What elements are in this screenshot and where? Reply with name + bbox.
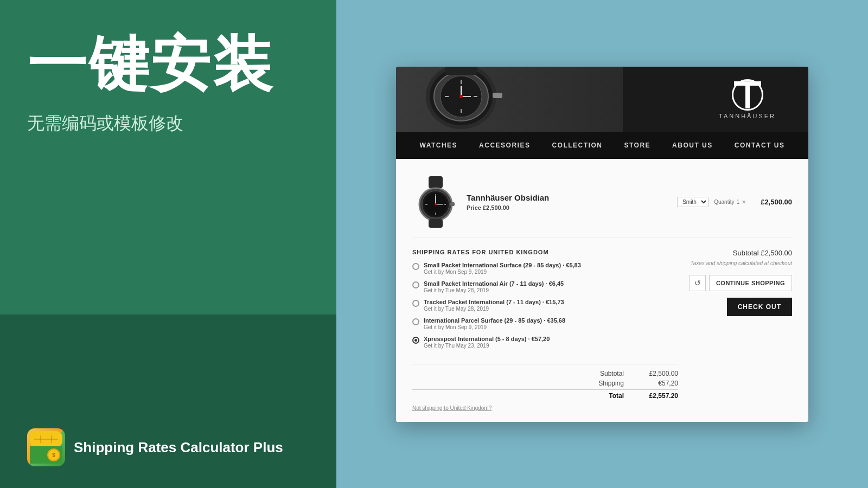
subtotal-value: £2,500.00	[761, 249, 792, 257]
product-row: Tannhäuser Obsidian Price £2,500.00 Smit…	[412, 170, 792, 238]
shop-window: TANNHÄUSER WATCHES ACCESORIES COLLECTION…	[396, 67, 808, 422]
product-image	[412, 175, 458, 229]
refresh-button[interactable]: ↺	[690, 275, 706, 291]
radio-4[interactable]	[412, 337, 419, 344]
nav-contact[interactable]: CONTACT US	[724, 132, 796, 159]
logo-T	[734, 81, 761, 108]
order-subtotal-label: Subtotal	[600, 370, 624, 377]
logo-circle	[732, 79, 763, 111]
shipping-option-name-1: Small Packet International Air (7 - 11 d…	[424, 280, 678, 287]
svg-text:$: $	[52, 452, 55, 458]
cart-right-col: Subtotal £2,500.00 Taxes and shipping ca…	[684, 243, 792, 411]
shipping-option-1[interactable]: Small Packet International Air (7 - 11 d…	[412, 280, 678, 293]
bottom-branding: $ Shipping Rates Calculator Plus	[27, 428, 309, 466]
cart-main: SHIPPING RATES FOR UNITED KINGDOM Small …	[412, 243, 792, 411]
cart-buttons: ↺ CONTINUE SHOPPING	[690, 275, 792, 291]
summary-total-row: Total £2,557.20	[412, 389, 678, 400]
order-summary: Subtotal £2,500.00 Shipping €57,20 Total…	[412, 364, 678, 400]
svg-rect-33	[450, 202, 455, 206]
shop-logo: TANNHÄUSER	[719, 79, 776, 119]
shipping-option-info-0: Small Packet International Surface (29 -…	[424, 262, 678, 275]
product-total: £2,500.00	[754, 198, 792, 206]
product-name: Tannhäuser Obsidian	[467, 193, 669, 202]
svg-point-32	[435, 203, 437, 206]
shipping-option-2[interactable]: Tracked Packet International (7 - 11 day…	[412, 299, 678, 312]
nav-watches[interactable]: WATCHES	[409, 132, 468, 159]
order-total-value: £2,557.20	[640, 392, 678, 400]
product-price-label: Price £2,500.00	[467, 204, 669, 211]
tax-note: Taxes and shipping calculated at checkou…	[690, 260, 792, 266]
order-subtotal-value: £2,500.00	[640, 370, 678, 377]
nav-collection[interactable]: COLLECTION	[541, 132, 613, 159]
left-content: 一键安装 无需编码或模板修改 $	[0, 0, 336, 488]
shipping-option-info-3: International Parcel Surface (29 - 85 da…	[424, 317, 678, 330]
shop-header: TANNHÄUSER	[396, 67, 808, 132]
order-total-label: Total	[609, 392, 624, 400]
product-info: Tannhäuser Obsidian Price £2,500.00	[467, 193, 669, 211]
radio-2[interactable]	[412, 300, 419, 307]
nav-about[interactable]: ABOUT US	[661, 132, 724, 159]
remove-icon[interactable]: ✕	[742, 199, 746, 205]
radio-1[interactable]	[412, 281, 419, 288]
shipping-option-0[interactable]: Small Packet International Surface (29 -…	[412, 262, 678, 275]
shipping-option-info-4: Xpresspost International (5 - 8 days) · …	[424, 336, 678, 349]
shipping-option-3[interactable]: International Parcel Surface (29 - 85 da…	[412, 317, 678, 330]
variant-select[interactable]: Smith	[677, 197, 709, 207]
shipping-option-delivery-4: Get it by Thu May 23, 2019	[424, 343, 678, 349]
quantity-value: 1	[736, 199, 739, 205]
subtotal-line: Subtotal £2,500.00	[733, 249, 792, 257]
shipping-option-delivery-2: Get it by Tue May 28, 2019	[424, 306, 678, 312]
shipping-option-name-3: International Parcel Surface (29 - 85 da…	[424, 317, 678, 324]
nav-accesories[interactable]: ACCESORIES	[468, 132, 541, 159]
order-shipping-label: Shipping	[598, 380, 624, 387]
radio-3[interactable]	[412, 318, 419, 325]
svg-point-21	[459, 95, 463, 98]
app-icon: $	[27, 428, 65, 466]
summary-subtotal-row: Subtotal £2,500.00	[412, 370, 678, 377]
cart-left-col: SHIPPING RATES FOR UNITED KINGDOM Small …	[412, 243, 678, 411]
svg-rect-2	[30, 446, 62, 448]
subtotal-label: Subtotal	[733, 249, 759, 257]
subtitle: 无需编码或模板修改	[27, 112, 309, 136]
svg-rect-12	[493, 93, 502, 98]
cart-content: Tannhäuser Obsidian Price £2,500.00 Smit…	[396, 159, 808, 422]
order-shipping-value: €57,20	[640, 380, 678, 387]
shipping-option-name-4: Xpresspost International (5 - 8 days) · …	[424, 336, 678, 342]
not-shipping-link[interactable]: Not shipping to United Kingdom?	[412, 405, 678, 411]
shipping-option-info-1: Small Packet International Air (7 - 11 d…	[424, 280, 678, 293]
shipping-option-delivery-0: Get it by Mon Sep 9, 2019	[424, 269, 678, 275]
shop-nav: WATCHES ACCESORIES COLLECTION STORE ABOU…	[396, 132, 808, 159]
shipping-option-4[interactable]: Xpresspost International (5 - 8 days) · …	[412, 336, 678, 349]
continue-shopping-button[interactable]: CONTINUE SHOPPING	[709, 275, 792, 291]
shipping-title: SHIPPING RATES FOR UNITED KINGDOM	[412, 249, 678, 255]
nav-store[interactable]: STORE	[613, 132, 661, 159]
svg-rect-13	[445, 67, 477, 75]
svg-rect-22	[429, 176, 443, 188]
svg-rect-34	[429, 219, 443, 228]
quantity-label: Quantity	[714, 199, 734, 205]
product-controls: Smith Quantity 1 ✕	[677, 197, 746, 207]
right-panel: TANNHÄUSER WATCHES ACCESORIES COLLECTION…	[336, 0, 868, 488]
logo-text: TANNHÄUSER	[719, 113, 776, 119]
summary-shipping-row: Shipping €57,20	[412, 380, 678, 387]
quantity-control: Quantity 1 ✕	[714, 199, 746, 205]
shipping-option-info-2: Tracked Packet International (7 - 11 day…	[424, 299, 678, 312]
left-panel: 一键安装 无需编码或模板修改 $	[0, 0, 336, 488]
shipping-option-name-2: Tracked Packet International (7 - 11 day…	[424, 299, 678, 305]
app-name: Shipping Rates Calculator Plus	[74, 439, 283, 456]
radio-0[interactable]	[412, 263, 419, 270]
shipping-option-name-0: Small Packet International Surface (29 -…	[424, 262, 678, 268]
shipping-section: SHIPPING RATES FOR UNITED KINGDOM Small …	[412, 243, 678, 359]
shipping-option-delivery-3: Get it by Mon Sep 9, 2019	[424, 324, 678, 330]
shipping-option-delivery-1: Get it by Tue May 28, 2019	[424, 287, 678, 293]
checkout-button[interactable]: CHECK OUT	[727, 298, 792, 316]
watch-background	[396, 67, 623, 132]
main-title: 一键安装	[27, 33, 309, 95]
